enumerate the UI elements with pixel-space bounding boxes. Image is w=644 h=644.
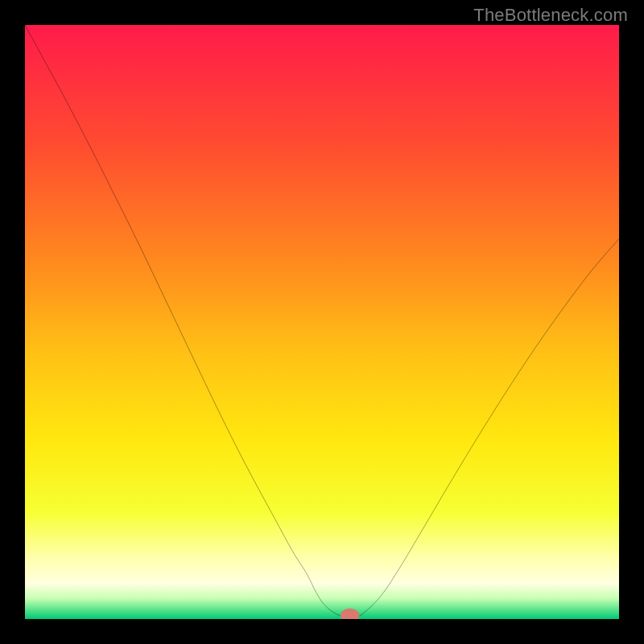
chart-svg <box>25 25 619 619</box>
watermark-text: TheBottleneck.com <box>473 5 628 26</box>
chart-frame: TheBottleneck.com <box>0 0 644 644</box>
plot-area <box>25 25 619 619</box>
gradient-background <box>25 25 619 619</box>
